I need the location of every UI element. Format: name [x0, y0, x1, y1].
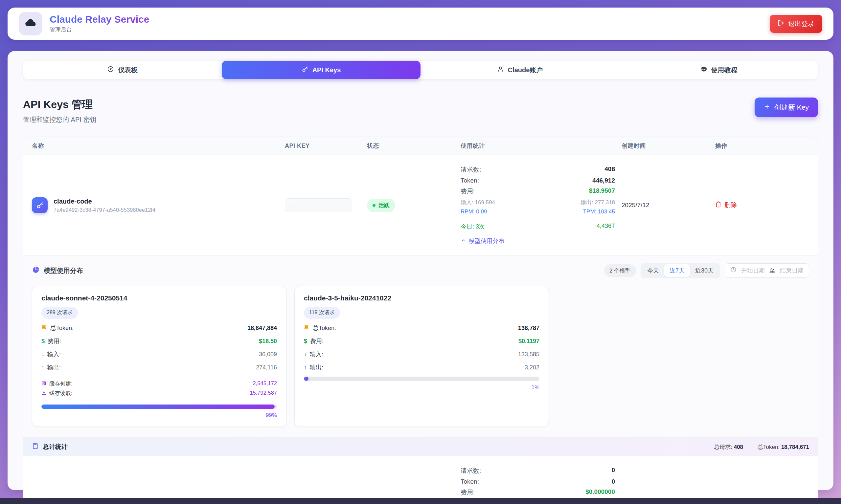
tab-bar: 仪表板 API Keys Claude账户 使用教程 — [23, 61, 818, 79]
page-title: API Keys 管理 — [23, 97, 96, 112]
delete-button[interactable]: 删除 — [715, 201, 737, 210]
create-key-label: 创建新 Key — [774, 103, 809, 112]
tab-label: Claude账户 — [508, 66, 543, 74]
model-usage-section: 模型使用分布 2 个模型 今天 近7天 近30天 开始日期 至 — [23, 255, 818, 438]
cost-value: $18.9507 — [589, 187, 615, 196]
model-input: 36,009 — [259, 351, 277, 358]
tab-api-keys[interactable]: API Keys — [222, 61, 421, 79]
api-keys-table: 名称 API KEY 状态 使用统计 创建时间 操作 claude-code 7… — [23, 137, 818, 504]
model-card: claude-sonnet-4-20250514 289 次请求 总Token:… — [32, 286, 286, 427]
arrow-down-icon: ↓ — [304, 351, 307, 358]
model-name: claude-sonnet-4-20250514 — [41, 294, 277, 302]
requests-value: 0 — [611, 467, 615, 475]
table-header-row: 名称 API KEY 状态 使用统计 创建时间 操作 — [23, 137, 818, 155]
bottom-strip — [0, 498, 841, 504]
usage-stats: 请求数:408 Token:446,912 费用:$18.9507 输入: 16… — [460, 165, 615, 245]
tab-claude-account[interactable]: Claude账户 — [421, 61, 619, 79]
model-total-token: 136,787 — [518, 325, 539, 331]
model-dist-toggle[interactable]: 模型使用分布 — [460, 237, 615, 245]
requests-badge: 289 次请求 — [41, 307, 78, 319]
graduation-cap-icon — [700, 66, 707, 74]
app-logo — [19, 12, 42, 35]
logout-icon — [777, 20, 784, 28]
download-icon — [41, 390, 46, 397]
created-date: 2025/7/12 — [621, 202, 715, 209]
today-tokens: 4,436T — [597, 222, 615, 231]
tab-dashboard[interactable]: 仪表板 — [23, 61, 222, 79]
coins-icon — [304, 324, 310, 332]
tab-label: 使用教程 — [711, 66, 737, 74]
filter-30d[interactable]: 近30天 — [690, 264, 719, 277]
logout-label: 退出登录 — [788, 19, 814, 28]
logout-button[interactable]: 退出登录 — [770, 15, 822, 33]
chevron-up-icon — [460, 238, 466, 245]
end-date-input[interactable]: 结束日期 — [780, 267, 804, 274]
trash-icon — [715, 201, 721, 209]
dollar-icon: $ — [304, 338, 307, 345]
cache-read-value: 15,792,587 — [250, 390, 277, 397]
usage-progress-bar — [304, 377, 539, 381]
col-header-name: 名称 — [32, 142, 285, 150]
total-requests: 总请求: 408 — [714, 443, 743, 451]
model-output: 274,116 — [256, 364, 277, 371]
model-output: 3,202 — [525, 364, 539, 371]
arrow-down-icon: ↓ — [41, 351, 45, 358]
clock-icon — [730, 267, 737, 274]
usage-progress-bar — [41, 404, 277, 409]
app-subtitle: 管理后台 — [50, 26, 150, 34]
token-value: 0 — [611, 478, 615, 485]
model-section-title: 模型使用分布 — [44, 266, 83, 275]
user-icon — [497, 66, 504, 74]
model-total-token: 18,647,884 — [247, 325, 277, 331]
model-card: claude-3-5-haiku-20241022 119 次请求 总Token… — [294, 286, 549, 427]
token-value: 446,912 — [592, 177, 615, 184]
col-header-key: API KEY — [285, 143, 367, 149]
cache-create-value: 2,545,172 — [253, 380, 277, 388]
status-badge: 活跃 — [367, 199, 395, 212]
dollar-icon: $ — [41, 338, 45, 345]
usage-percent: 99% — [41, 412, 277, 419]
model-cost: $18.50 — [259, 338, 277, 345]
start-date-input[interactable]: 开始日期 — [741, 267, 765, 274]
totals-title: 总计统计 — [43, 443, 68, 451]
rpm-value: 0.09 — [476, 209, 487, 215]
key-id: 7a4e2492-3c38-4797-a540-553980ee12f4 — [54, 207, 155, 213]
totals-bar: 总计统计 总请求: 408 总Token: 18,784,671 — [23, 438, 818, 456]
time-filter: 今天 近7天 近30天 — [641, 263, 720, 278]
key-icon — [302, 66, 309, 74]
usage-percent: 1% — [304, 384, 539, 391]
key-icon — [32, 197, 48, 213]
model-count-badge: 2 个模型 — [604, 264, 636, 277]
model-name: claude-3-5-haiku-20241022 — [304, 294, 539, 302]
tab-label: 仪表板 — [118, 66, 138, 74]
col-header-created: 创建时间 — [621, 142, 715, 150]
model-cost: $0.1197 — [519, 338, 539, 345]
coins-icon — [41, 324, 47, 332]
col-header-actions: 操作 — [715, 142, 809, 150]
today-count: 3次 — [476, 223, 485, 230]
output-value: 277,318 — [595, 199, 615, 205]
create-key-button[interactable]: 创建新 Key — [755, 97, 818, 117]
tab-tutorial[interactable]: 使用教程 — [619, 61, 818, 79]
tpm-value: 103.45 — [598, 209, 615, 215]
main-panel: 仪表板 API Keys Claude账户 使用教程 API Keys 管理 管… — [7, 51, 834, 490]
requests-value: 408 — [605, 165, 615, 174]
app-title: Claude Relay Service — [50, 14, 150, 25]
date-separator: 至 — [769, 267, 775, 274]
arrow-up-icon: ↑ — [41, 364, 45, 371]
date-range-picker[interactable]: 开始日期 至 结束日期 — [725, 263, 809, 278]
key-name: claude-code — [54, 198, 155, 205]
gauge-icon — [107, 66, 114, 74]
status-dot-icon — [372, 204, 375, 207]
save-icon — [41, 381, 46, 387]
model-input: 133,585 — [518, 351, 539, 358]
tab-label: API Keys — [312, 66, 341, 74]
page-subtitle: 管理和监控您的 API 密钥 — [23, 115, 96, 124]
masked-api-key[interactable]: ... — [285, 198, 352, 212]
pie-chart-icon — [32, 266, 40, 275]
filter-7d[interactable]: 近7天 — [664, 264, 690, 277]
cloud-icon — [24, 17, 37, 31]
filter-today[interactable]: 今天 — [642, 264, 664, 277]
col-header-status: 状态 — [367, 142, 460, 150]
table-row: claude code f398d8b8-7352-4a88-9a1f-6b1e… — [23, 456, 818, 504]
